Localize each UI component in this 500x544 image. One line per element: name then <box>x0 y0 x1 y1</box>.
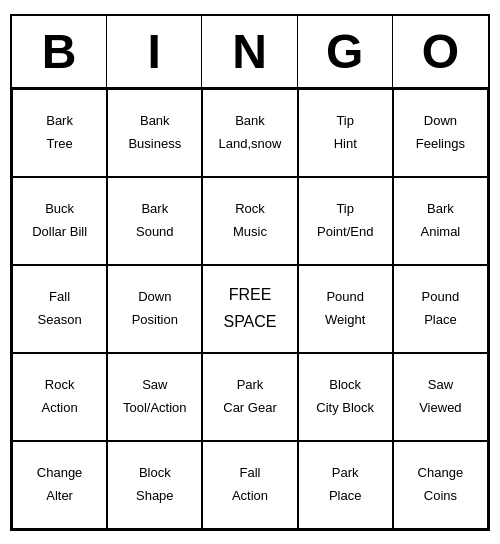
cell-line2: Place <box>424 312 457 329</box>
cell-line2: Viewed <box>419 400 461 417</box>
cell-line1: Bark <box>46 113 73 130</box>
cell-line1: Pound <box>326 289 364 306</box>
bingo-cell: BlockShape <box>107 441 202 529</box>
cell-line1: Tip <box>336 201 354 218</box>
bingo-cell: BuckDollar Bill <box>12 177 107 265</box>
cell-line2: Weight <box>325 312 365 329</box>
bingo-cell: FallSeason <box>12 265 107 353</box>
cell-line1: Rock <box>235 201 265 218</box>
header-letter: G <box>298 16 393 87</box>
cell-line2: Season <box>38 312 82 329</box>
cell-line2: Dollar Bill <box>32 224 87 241</box>
cell-line1: Change <box>37 465 83 482</box>
cell-line1: Change <box>418 465 464 482</box>
cell-line2: City Block <box>316 400 374 417</box>
bingo-cell: RockAction <box>12 353 107 441</box>
bingo-grid: BarkTreeBankBusinessBankLand,snowTipHint… <box>12 89 488 529</box>
bingo-cell: RockMusic <box>202 177 297 265</box>
cell-line2: Place <box>329 488 362 505</box>
bingo-cell: DownPosition <box>107 265 202 353</box>
cell-line2: Hint <box>334 136 357 153</box>
cell-line2: Tool/Action <box>123 400 187 417</box>
bingo-header: BINGO <box>12 16 488 89</box>
bingo-cell: ParkPlace <box>298 441 393 529</box>
cell-line1: Block <box>139 465 171 482</box>
cell-line1: Fall <box>49 289 70 306</box>
cell-line2: Sound <box>136 224 174 241</box>
cell-line2: Alter <box>46 488 73 505</box>
bingo-cell: DownFeelings <box>393 89 488 177</box>
bingo-cell: BarkSound <box>107 177 202 265</box>
bingo-cell: PoundWeight <box>298 265 393 353</box>
cell-line2: Action <box>42 400 78 417</box>
cell-line1: Bank <box>140 113 170 130</box>
bingo-cell: ChangeAlter <box>12 441 107 529</box>
cell-line1: Saw <box>142 377 167 394</box>
cell-line1: Block <box>329 377 361 394</box>
cell-line1: Tip <box>336 113 354 130</box>
bingo-cell: BankLand,snow <box>202 89 297 177</box>
bingo-cell: ChangeCoins <box>393 441 488 529</box>
bingo-cell: BlockCity Block <box>298 353 393 441</box>
cell-line1: Buck <box>45 201 74 218</box>
cell-line1: Down <box>424 113 457 130</box>
bingo-cell: TipPoint/End <box>298 177 393 265</box>
bingo-card: BINGO BarkTreeBankBusinessBankLand,snowT… <box>10 14 490 531</box>
bingo-cell: FallAction <box>202 441 297 529</box>
cell-line1: Bark <box>141 201 168 218</box>
cell-line1: Fall <box>240 465 261 482</box>
bingo-cell: PoundPlace <box>393 265 488 353</box>
cell-line1: Pound <box>422 289 460 306</box>
bingo-cell: BarkTree <box>12 89 107 177</box>
cell-line1: Park <box>332 465 359 482</box>
bingo-cell: BarkAnimal <box>393 177 488 265</box>
cell-line2: Shape <box>136 488 174 505</box>
cell-line1: Bark <box>427 201 454 218</box>
cell-line1: Down <box>138 289 171 306</box>
cell-line1: Saw <box>428 377 453 394</box>
cell-line1: FREE <box>229 285 272 306</box>
bingo-cell: SawViewed <box>393 353 488 441</box>
cell-line2: Animal <box>421 224 461 241</box>
bingo-cell: BankBusiness <box>107 89 202 177</box>
cell-line2: Coins <box>424 488 457 505</box>
bingo-cell: ParkCar Gear <box>202 353 297 441</box>
cell-line2: Position <box>132 312 178 329</box>
cell-line2: Point/End <box>317 224 373 241</box>
cell-line2: Land,snow <box>219 136 282 153</box>
header-letter: O <box>393 16 488 87</box>
cell-line2: Business <box>128 136 181 153</box>
cell-line1: Park <box>237 377 264 394</box>
bingo-cell: SawTool/Action <box>107 353 202 441</box>
bingo-cell: FREESPACE <box>202 265 297 353</box>
cell-line2: Feelings <box>416 136 465 153</box>
header-letter: I <box>107 16 202 87</box>
cell-line2: Car Gear <box>223 400 276 417</box>
cell-line2: Tree <box>46 136 72 153</box>
cell-line1: Bank <box>235 113 265 130</box>
header-letter: N <box>202 16 297 87</box>
header-letter: B <box>12 16 107 87</box>
cell-line1: Rock <box>45 377 75 394</box>
cell-line2: Action <box>232 488 268 505</box>
bingo-cell: TipHint <box>298 89 393 177</box>
cell-line2: SPACE <box>223 312 276 333</box>
cell-line2: Music <box>233 224 267 241</box>
